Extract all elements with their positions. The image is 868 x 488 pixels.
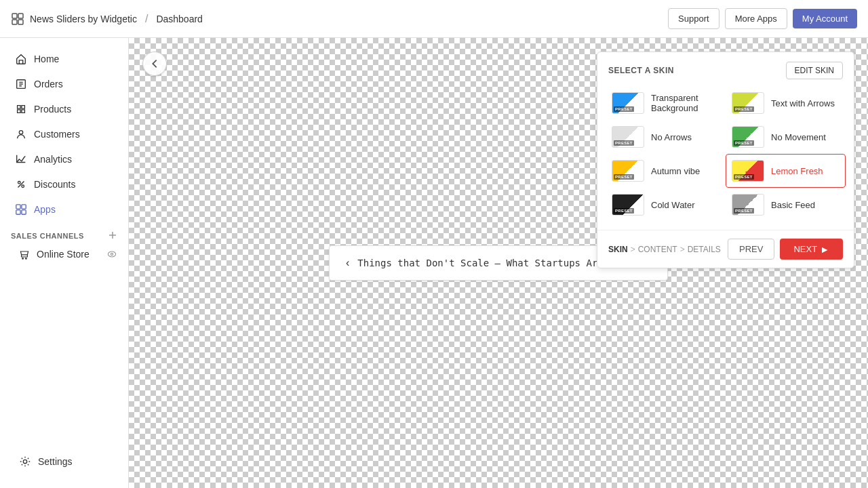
- svg-point-13: [26, 258, 27, 260]
- skin-thumb-cold-water: PRESET: [612, 194, 644, 216]
- skin-name-lemon-fresh: Lemon Fresh: [771, 166, 823, 176]
- skin-item-basic-feed[interactable]: PRESET Basic Feed: [726, 188, 846, 222]
- sidebar-label-analytics: Analytics: [34, 154, 72, 165]
- svg-rect-0: [12, 14, 17, 18]
- svg-point-15: [111, 253, 113, 255]
- sidebar-item-discounts[interactable]: Discounts: [4, 172, 124, 197]
- skin-grid: PRESET Transparent Background PRESET Tex…: [597, 86, 854, 230]
- step-skin: SKIN: [608, 245, 628, 254]
- skin-name-cold-water: Cold Water: [651, 200, 695, 210]
- skin-name-text-arrows: Text with Arrows: [771, 98, 835, 108]
- skin-item-lemon-fresh[interactable]: ✓ PRESET Lemon Fresh: [726, 154, 846, 188]
- next-arrow-icon: ►: [820, 244, 829, 255]
- svg-point-6: [18, 182, 21, 184]
- skin-item-no-arrows[interactable]: PRESET No Arrows: [606, 120, 726, 154]
- sales-channels-label: SALES CHANNELS: [11, 232, 84, 240]
- skin-item-no-movement[interactable]: PRESET No Movement: [726, 120, 846, 154]
- svg-rect-8: [16, 205, 20, 209]
- support-button[interactable]: Support: [668, 8, 719, 29]
- brand-icon: [11, 12, 24, 26]
- skin-thumb-text-arrows: PRESET: [732, 92, 764, 114]
- title-separator: /: [145, 13, 148, 25]
- topbar: News Sliders by Widgetic / Dashboard Sup…: [0, 0, 868, 38]
- skin-thumb-transparent: PRESET: [612, 92, 644, 114]
- skin-panel: SELECT A SKIN EDIT SKIN PRESET Transpare…: [597, 52, 854, 268]
- sidebar-item-customers[interactable]: Customers: [4, 122, 124, 146]
- sidebar-item-orders[interactable]: Orders: [4, 72, 124, 96]
- prev-button[interactable]: PREV: [728, 239, 774, 260]
- edit-skin-button[interactable]: EDIT SKIN: [786, 62, 843, 79]
- sidebar-item-settings[interactable]: Settings: [8, 449, 120, 474]
- skin-panel-header: SELECT A SKIN EDIT SKIN: [597, 52, 854, 86]
- eye-icon[interactable]: [106, 249, 117, 260]
- settings-label: Settings: [38, 456, 73, 467]
- sidebar-label-customers: Customers: [34, 129, 80, 140]
- skin-thumb-autumn: PRESET: [612, 160, 644, 182]
- more-apps-button[interactable]: More Apps: [725, 8, 787, 29]
- skin-item-transparent[interactable]: PRESET Transparent Background: [606, 86, 726, 120]
- skin-name-no-movement: No Movement: [771, 132, 826, 142]
- svg-rect-1: [18, 14, 23, 18]
- main-content: ‹ Things that Don't Scale – What Startup…: [129, 38, 868, 488]
- step-sep-1: >: [631, 245, 635, 254]
- thumb-label-no-movement: PRESET: [734, 140, 754, 146]
- sidebar-nav: Home Orders Products: [0, 46, 128, 443]
- sidebar-item-apps[interactable]: Apps: [4, 197, 124, 222]
- layout: Home Orders Products: [0, 38, 868, 488]
- skin-name-no-arrows: No Arrows: [651, 132, 692, 142]
- discounts-icon: [15, 178, 27, 190]
- skin-name-transparent: Transparent Background: [651, 93, 719, 113]
- sidebar-label-apps: Apps: [34, 204, 56, 215]
- footer-steps: SKIN > CONTENT > DETAILS: [608, 245, 721, 254]
- skin-item-text-arrows[interactable]: PRESET Text with Arrows: [726, 86, 846, 120]
- svg-point-5: [19, 131, 22, 134]
- account-button[interactable]: My Account: [793, 9, 857, 28]
- thumb-label-text-arrows: PRESET: [734, 106, 754, 112]
- sidebar-item-home[interactable]: Home: [4, 47, 124, 71]
- products-icon: [15, 103, 27, 115]
- skin-thumb-no-movement: PRESET: [732, 126, 764, 148]
- apps-icon: [15, 203, 27, 216]
- skin-item-autumn[interactable]: PRESET Autumn vibe: [606, 154, 726, 188]
- customers-icon: [15, 128, 27, 140]
- svg-rect-2: [12, 20, 17, 24]
- thumb-label-basic-feed: PRESET: [734, 208, 754, 214]
- sidebar-item-analytics[interactable]: Analytics: [4, 147, 124, 171]
- back-button[interactable]: [142, 52, 167, 76]
- svg-rect-9: [22, 205, 26, 209]
- step-content: CONTENT: [638, 245, 677, 254]
- next-button[interactable]: NEXT ►: [780, 239, 843, 260]
- topbar-right: Support More Apps My Account: [668, 8, 857, 29]
- settings-icon: [19, 455, 31, 468]
- sidebar-label-orders: Orders: [34, 79, 63, 89]
- thumb-label-lemon-fresh: PRESET: [734, 174, 754, 180]
- sidebar: Home Orders Products: [0, 38, 129, 488]
- step-sep-2: >: [680, 245, 685, 254]
- svg-rect-10: [16, 210, 20, 214]
- sidebar-item-products[interactable]: Products: [4, 97, 124, 121]
- app-title: News Sliders by Widgetic: [30, 14, 137, 24]
- preview-left-arrow[interactable]: ‹: [346, 257, 349, 269]
- skin-thumb-lemon-fresh: ✓ PRESET: [732, 160, 764, 182]
- sidebar-label-products: Products: [34, 104, 71, 115]
- topbar-left: News Sliders by Widgetic / Dashboard: [11, 12, 203, 26]
- online-store-label: Online Store: [37, 249, 90, 260]
- sidebar-bottom: Settings: [0, 443, 128, 480]
- dashboard-label: Dashboard: [156, 14, 203, 24]
- add-sales-channel-icon[interactable]: [108, 230, 117, 241]
- svg-point-14: [108, 251, 115, 257]
- svg-rect-3: [18, 20, 23, 24]
- sales-channels-section: SALES CHANNELS: [0, 222, 128, 244]
- sidebar-label-home: Home: [34, 54, 59, 64]
- skin-item-cold-water[interactable]: PRESET Cold Water: [606, 188, 726, 222]
- back-arrow-icon: [149, 58, 161, 70]
- sidebar-label-discounts: Discounts: [34, 179, 75, 190]
- svg-point-12: [22, 258, 24, 260]
- skin-thumb-basic-feed: PRESET: [732, 194, 764, 216]
- orders-icon: [15, 78, 27, 90]
- analytics-icon: [15, 153, 27, 165]
- footer-buttons: PREV NEXT ►: [728, 239, 843, 260]
- preview-text: Things that Don't Scale – What Startups …: [357, 258, 637, 268]
- thumb-label-transparent: PRESET: [614, 106, 634, 112]
- sidebar-item-online-store[interactable]: Online Store: [0, 244, 128, 264]
